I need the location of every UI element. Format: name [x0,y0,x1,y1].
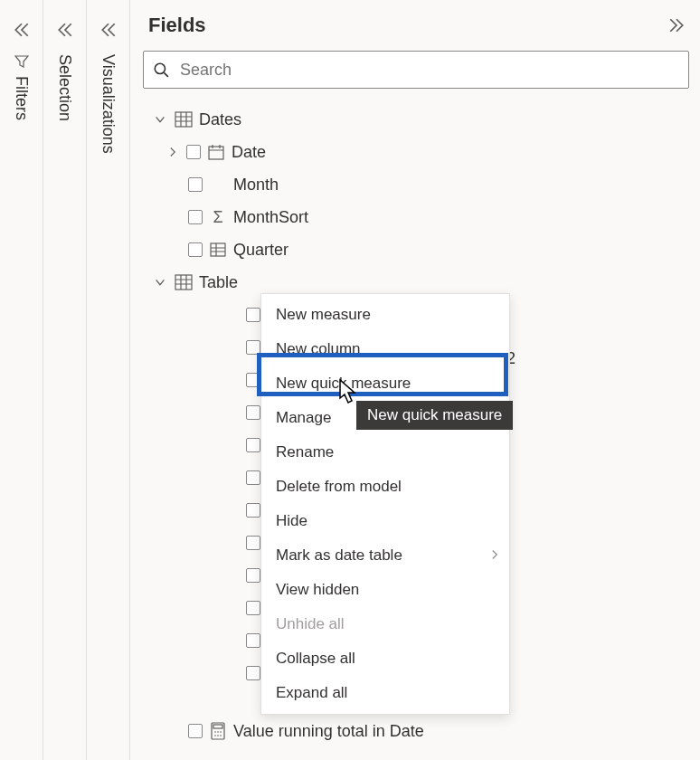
svg-point-10 [214,735,216,736]
table-icon [174,109,194,129]
search-input[interactable] [178,60,679,81]
field-date-label: Date [232,143,266,162]
checkbox-monthsort[interactable] [188,210,203,224]
selection-label-text: Selection [55,54,74,121]
filters-pane-label[interactable]: Filters [12,54,31,120]
chevron-right-icon [489,546,500,565]
checkbox-hidden-10[interactable] [246,601,260,615]
svg-point-9 [220,731,222,733]
svg-point-11 [217,735,219,736]
chevron-left-double-icon [14,22,30,38]
svg-point-12 [220,735,222,736]
checkbox-hidden-4[interactable] [246,405,260,420]
fields-header: Fields [143,0,689,51]
context-menu: New measure New column New quick measure… [260,293,510,715]
filters-label-text: Filters [12,76,31,120]
checkbox-hidden-12[interactable] [246,666,260,680]
field-value-running-total-row[interactable]: Value running total in Date [143,715,689,747]
svg-point-7 [214,731,216,733]
menu-new-measure[interactable]: New measure [261,298,509,332]
menu-hide[interactable]: Hide [261,504,509,538]
fields-title: Fields [143,14,655,37]
chevron-down-icon [152,274,168,290]
field-month-row[interactable]: Month [143,168,689,201]
calculator-icon [208,721,228,741]
checkbox-month[interactable] [188,177,203,192]
svg-rect-3 [211,243,225,256]
checkbox-hidden-11[interactable] [246,633,260,648]
svg-rect-4 [175,275,192,290]
collapse-filters-button[interactable] [0,16,43,43]
sigma-icon: Σ [208,207,228,227]
menu-expand-all[interactable]: Expand all [261,676,509,710]
calendar-icon [206,142,226,162]
checkbox-hidden-3[interactable] [246,373,260,387]
checkbox-hidden-8[interactable] [246,536,260,550]
menu-rename[interactable]: Rename [261,435,509,470]
search-icon [153,62,169,78]
menu-mark-as-date-table[interactable]: Mark as date table [261,538,509,573]
checkbox-hidden-5[interactable] [246,438,260,452]
hierarchy-icon [208,240,228,260]
selection-rail: Selection [43,0,87,760]
collapse-visualizations-button[interactable] [87,16,130,43]
menu-view-hidden[interactable]: View hidden [261,573,509,607]
menu-collapse-all[interactable]: Collapse all [261,641,509,676]
chevron-left-double-icon [100,22,117,38]
menu-new-column[interactable]: New column [261,332,509,366]
checkbox-value-running-total[interactable] [188,724,203,738]
collapse-fields-button[interactable] [664,13,689,38]
svg-rect-1 [175,112,192,127]
table-dates-label: Dates [199,110,241,129]
checkbox-quarter[interactable] [188,242,203,257]
chevron-right-double-icon [668,17,685,33]
field-monthsort-label: MonthSort [233,208,308,227]
field-quarter-label: Quarter [233,241,289,260]
svg-rect-6 [213,725,222,728]
checkbox-date[interactable] [186,145,201,159]
menu-new-quick-measure[interactable]: New quick measure [261,366,509,401]
filter-icon [14,54,29,69]
field-monthsort-row[interactable]: Σ MonthSort [143,201,689,233]
blank-icon [208,175,228,195]
svg-rect-2 [209,147,223,159]
collapse-selection-button[interactable] [43,16,87,43]
field-date-row[interactable]: Date [143,136,689,168]
chevron-left-double-icon [57,22,73,38]
visualizations-label-text: Visualizations [99,54,118,154]
field-quarter-row[interactable]: Quarter [143,233,689,266]
menu-manage[interactable]: Manage [261,401,509,435]
menu-delete-from-model[interactable]: Delete from model [261,470,509,504]
field-month-label: Month [233,176,279,195]
checkbox-hidden-7[interactable] [246,503,260,518]
obscured-checkboxes [246,308,260,698]
svg-point-0 [155,63,165,73]
table-dates-row[interactable]: Dates [143,103,689,136]
visualizations-rail: Visualizations [87,0,130,760]
checkbox-hidden-6[interactable] [246,470,260,485]
visualizations-pane-label[interactable]: Visualizations [99,54,118,154]
table-icon [174,272,194,292]
checkbox-hidden-9[interactable] [246,568,260,583]
field-value-running-total-label: Value running total in Date [233,722,424,741]
table-table-label: Table [199,273,238,292]
checkbox-hidden-2[interactable] [246,340,260,355]
chevron-down-icon [152,111,168,128]
checkbox-hidden-1[interactable] [246,308,260,322]
filters-rail: Filters [0,0,43,760]
menu-unhide-all: Unhide all [261,607,509,641]
selection-pane-label[interactable]: Selection [55,54,74,121]
svg-point-8 [217,731,219,733]
chevron-right-icon [165,144,181,160]
search-input-wrapper[interactable] [143,51,689,89]
